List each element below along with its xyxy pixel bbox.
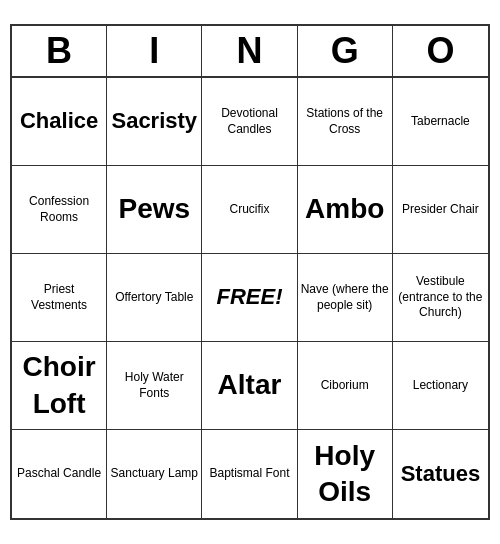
- bingo-cell[interactable]: Tabernacle: [393, 78, 488, 166]
- bingo-cell[interactable]: Stations of the Cross: [298, 78, 393, 166]
- bingo-cell[interactable]: Offertory Table: [107, 254, 202, 342]
- bingo-cell[interactable]: Holy Water Fonts: [107, 342, 202, 430]
- bingo-cell[interactable]: Ambo: [298, 166, 393, 254]
- bingo-cell[interactable]: Choir Loft: [12, 342, 107, 430]
- bingo-header: BINGO: [12, 26, 488, 78]
- bingo-cell[interactable]: Devotional Candles: [202, 78, 297, 166]
- bingo-cell[interactable]: Chalice: [12, 78, 107, 166]
- bingo-cell[interactable]: Crucifix: [202, 166, 297, 254]
- header-letter: N: [202, 26, 297, 76]
- header-letter: B: [12, 26, 107, 76]
- bingo-cell[interactable]: Lectionary: [393, 342, 488, 430]
- bingo-cell[interactable]: Priest Vestments: [12, 254, 107, 342]
- bingo-cell[interactable]: Altar: [202, 342, 297, 430]
- bingo-cell[interactable]: Statues: [393, 430, 488, 518]
- bingo-cell[interactable]: Sanctuary Lamp: [107, 430, 202, 518]
- bingo-cell[interactable]: Ciborium: [298, 342, 393, 430]
- bingo-cell[interactable]: FREE!: [202, 254, 297, 342]
- bingo-cell[interactable]: Baptismal Font: [202, 430, 297, 518]
- bingo-cell[interactable]: Pews: [107, 166, 202, 254]
- header-letter: G: [298, 26, 393, 76]
- bingo-cell[interactable]: Nave (where the people sit): [298, 254, 393, 342]
- bingo-cell[interactable]: Sacristy: [107, 78, 202, 166]
- header-letter: I: [107, 26, 202, 76]
- bingo-cell[interactable]: Confession Rooms: [12, 166, 107, 254]
- bingo-cell[interactable]: Paschal Candle: [12, 430, 107, 518]
- header-letter: O: [393, 26, 488, 76]
- bingo-card: BINGO ChaliceSacristyDevotional CandlesS…: [10, 24, 490, 520]
- bingo-cell[interactable]: Presider Chair: [393, 166, 488, 254]
- bingo-grid: ChaliceSacristyDevotional CandlesStation…: [12, 78, 488, 518]
- bingo-cell[interactable]: Holy Oils: [298, 430, 393, 518]
- bingo-cell[interactable]: Vestibule (entrance to the Church): [393, 254, 488, 342]
